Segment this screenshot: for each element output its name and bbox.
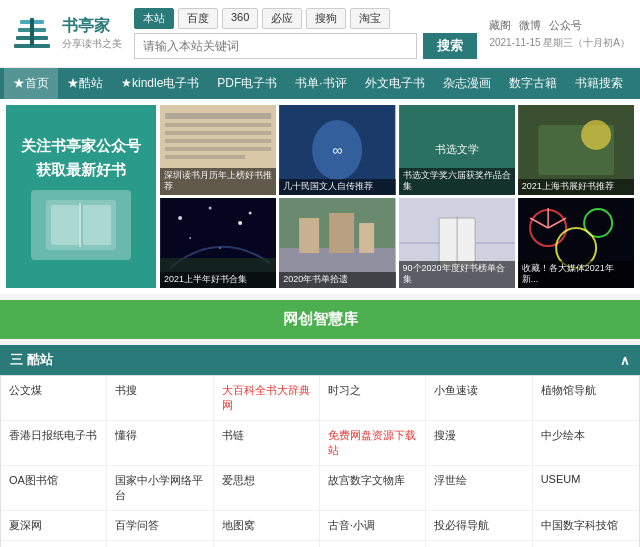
nav-item-PDF电子书[interactable]: PDF电子书 <box>208 68 286 99</box>
grid-caption-7: 收藏！各大媒体2021年新... <box>518 261 634 288</box>
nav-item-书单·书评[interactable]: 书单·书评 <box>286 68 355 99</box>
nav-item-杂志漫画[interactable]: 杂志漫画 <box>434 68 500 99</box>
links-cell[interactable]: 中国数字科技馆 <box>533 511 639 540</box>
search-button[interactable]: 搜索 <box>423 33 477 59</box>
links-cell[interactable]: 公文煤 <box>1 376 107 420</box>
links-cell[interactable]: 阿融导航 <box>320 541 426 547</box>
header-link[interactable]: 藏阁 <box>489 18 511 33</box>
svg-rect-34 <box>299 218 319 253</box>
links-cell[interactable]: 爱思想 <box>214 466 320 510</box>
search-input[interactable] <box>134 33 417 59</box>
svg-rect-7 <box>83 205 111 245</box>
svg-rect-11 <box>165 123 271 127</box>
links-cell[interactable]: 百学问答 <box>107 511 213 540</box>
logo-main: 书亭家 <box>62 16 122 37</box>
svg-rect-4 <box>30 18 34 46</box>
grid-item-2[interactable]: 书选文学书选文学奖六届获奖作品合集 <box>399 105 515 195</box>
links-cell[interactable]: 书搜 <box>107 376 213 420</box>
nav-item-kindle电子书[interactable]: ★kindle电子书 <box>112 68 208 99</box>
links-cell[interactable]: 浮世绘 <box>426 466 532 510</box>
search-tabs: 本站百度360必应搜狗淘宝 <box>134 8 477 29</box>
links-row-4: 科学文库高校书院无地图阿融导航鉴问搜索词典分享导航库 <box>1 541 639 547</box>
svg-point-27 <box>238 221 242 225</box>
links-cell[interactable]: 古音·小调 <box>320 511 426 540</box>
header-link[interactable]: 微博 <box>519 18 541 33</box>
banner-area: 关注书亭家公众号 获取最新好书 深圳读书月历年上榜好书推荐∞几十民国文人自传推荐… <box>0 99 640 294</box>
svg-point-28 <box>189 237 191 239</box>
grid-item-4[interactable]: 2021上半年好书合集 <box>160 198 276 288</box>
search-tab-360[interactable]: 360 <box>222 8 258 29</box>
links-row-1: 香港日报纸电子书懂得书链免费网盘资源下载站搜漫中少绘本 <box>1 421 639 466</box>
links-cell[interactable]: 中少绘本 <box>533 421 639 465</box>
links-cell[interactable]: 无地图 <box>214 541 320 547</box>
links-cell[interactable]: 免费网盘资源下载站 <box>320 421 426 465</box>
nav-item-数字古籍[interactable]: 数字古籍 <box>500 68 566 99</box>
search-tab-搜狗[interactable]: 搜狗 <box>306 8 346 29</box>
links-cell[interactable]: 搜漫 <box>426 421 532 465</box>
links-cell[interactable]: 国家中小学网络平台 <box>107 466 213 510</box>
search-tab-本站[interactable]: 本站 <box>134 8 174 29</box>
section-arrow[interactable]: ∧ <box>620 353 630 368</box>
links-cell[interactable]: OA图书馆 <box>1 466 107 510</box>
links-row-0: 公文煤书搜大百科全书大辞典网时习之小鱼速读植物馆导航 <box>1 376 639 421</box>
svg-point-29 <box>249 212 252 215</box>
logo-sub: 分享读书之美 <box>62 37 122 51</box>
svg-rect-14 <box>165 147 271 151</box>
search-tab-必应[interactable]: 必应 <box>262 8 302 29</box>
links-cell[interactable]: 高校书院 <box>107 541 213 547</box>
logo-area: 书亭家 分享读书之美 <box>10 16 122 52</box>
grid-caption-6: 90个2020年度好书榜单合集 <box>399 261 515 288</box>
section-header: 三 酷站 ∧ <box>0 345 640 375</box>
nav-item-酷站[interactable]: ★酷站 <box>58 68 112 99</box>
grid-item-3[interactable]: 2021上海书展好书推荐 <box>518 105 634 195</box>
svg-rect-12 <box>165 131 271 135</box>
grid-item-0[interactable]: 深圳读书月历年上榜好书推荐 <box>160 105 276 195</box>
grid-caption-0: 深圳读书月历年上榜好书推荐 <box>160 168 276 195</box>
nav-item-首页[interactable]: ★首页 <box>4 68 58 99</box>
banner-left: 关注书亭家公众号 获取最新好书 <box>6 105 156 288</box>
grid-caption-2: 书选文学奖六届获奖作品合集 <box>399 168 515 195</box>
header-links: 藏阁微博公众号 <box>489 18 630 33</box>
svg-rect-6 <box>51 205 79 245</box>
grid-item-7[interactable]: 收藏！各大媒体2021年新... <box>518 198 634 288</box>
nav-item-书籍搜索[interactable]: 书籍搜索 <box>566 68 632 99</box>
grid-item-5[interactable]: 2020年书单拾遗 <box>279 198 395 288</box>
links-cell[interactable]: 鉴问搜索 <box>426 541 532 547</box>
svg-rect-35 <box>329 213 354 253</box>
links-cell[interactable]: USEUM <box>533 466 639 510</box>
links-cell[interactable]: 故宫数字文物库 <box>320 466 426 510</box>
svg-point-25 <box>178 216 182 220</box>
links-cell[interactable]: 地图窝 <box>214 511 320 540</box>
header-right: 藏阁微博公众号 2021-11-15 星期三（十月初A） <box>489 18 630 50</box>
search-row: 搜索 <box>134 33 477 59</box>
links-cell[interactable]: 投必得导航 <box>426 511 532 540</box>
links-cell[interactable]: 科学文库 <box>1 541 107 547</box>
links-cell[interactable]: 书链 <box>214 421 320 465</box>
links-cell[interactable]: 大百科全书大辞典网 <box>214 376 320 420</box>
links-cell[interactable]: 懂得 <box>107 421 213 465</box>
links-cell[interactable]: 植物馆导航 <box>533 376 639 420</box>
search-tab-淘宝[interactable]: 淘宝 <box>350 8 390 29</box>
search-tab-百度[interactable]: 百度 <box>178 8 218 29</box>
header-link[interactable]: 公众号 <box>549 18 582 33</box>
section-title: 三 酷站 <box>10 351 53 369</box>
header: 书亭家 分享读书之美 本站百度360必应搜狗淘宝 搜索 藏阁微博公众号 2021… <box>0 0 640 68</box>
svg-point-26 <box>209 207 212 210</box>
links-cell[interactable]: 夏深网 <box>1 511 107 540</box>
grid-item-6[interactable]: 90个2020年度好书榜单合集 <box>399 198 515 288</box>
links-cell[interactable]: 时习之 <box>320 376 426 420</box>
nav-item-外文电子书[interactable]: 外文电子书 <box>356 68 434 99</box>
links-cell[interactable]: 小鱼速读 <box>426 376 532 420</box>
svg-rect-10 <box>165 113 271 119</box>
svg-text:书选文学: 书选文学 <box>435 143 479 155</box>
grid-item-1[interactable]: ∞几十民国文人自传推荐 <box>279 105 395 195</box>
grid-caption-5: 2020年书单拾遗 <box>279 272 395 288</box>
links-cell[interactable]: 词典分享导航库 <box>533 541 639 547</box>
nav: ★首页★酷站★kindle电子书PDF电子书书单·书评外文电子书杂志漫画数字古籍… <box>0 68 640 99</box>
links-cell[interactable]: 香港日报纸电子书 <box>1 421 107 465</box>
grid-caption-3: 2021上海书展好书推荐 <box>518 179 634 195</box>
nav-item-留言本[interactable]: 留言本 <box>632 68 640 99</box>
banner-left-title: 关注书亭家公众号 获取最新好书 <box>21 134 141 182</box>
grid-caption-4: 2021上半年好书合集 <box>160 272 276 288</box>
green-banner: 网创智慧库 <box>0 300 640 339</box>
